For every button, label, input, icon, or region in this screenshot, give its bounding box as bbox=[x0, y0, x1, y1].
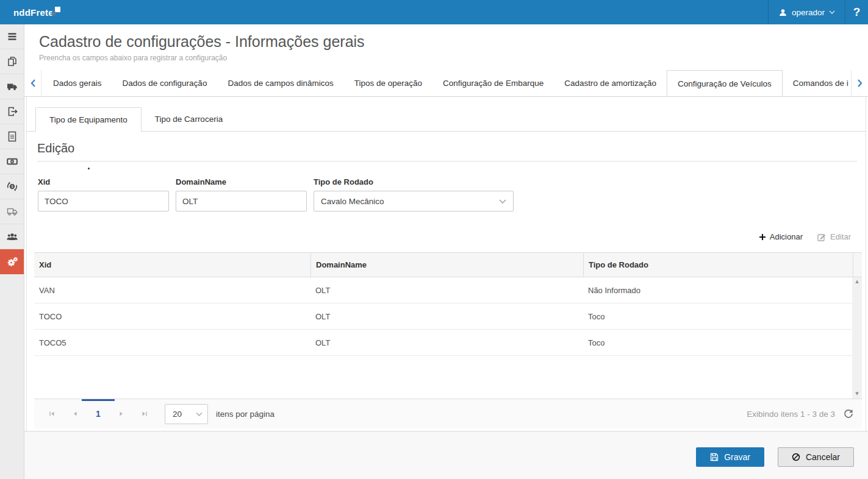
help-icon: ? bbox=[853, 5, 861, 19]
table-row[interactable]: TOCO OLT Toco bbox=[34, 303, 852, 330]
column-header-domainname[interactable]: DomainName bbox=[310, 253, 583, 277]
plus-icon bbox=[759, 233, 766, 241]
cell-domainname: OLT bbox=[310, 286, 583, 295]
truck-icon bbox=[6, 80, 18, 93]
user-menu[interactable]: operador bbox=[768, 0, 845, 24]
main-tabstrip: Dados gerais Dados de configuração Dados… bbox=[24, 70, 868, 97]
document-icon bbox=[6, 130, 18, 143]
grid-body: VAN OLT Não Informado TOCO OLT Toco TOCO… bbox=[34, 277, 862, 399]
sidebar-item-copy[interactable] bbox=[0, 49, 24, 74]
tipo-de-rodado-select[interactable]: Cavalo Mecânico bbox=[314, 191, 514, 211]
sidebar-item-settings[interactable] bbox=[0, 249, 24, 274]
sidebar-item-document[interactable] bbox=[0, 124, 24, 149]
sidebar-item-truck[interactable] bbox=[0, 74, 24, 99]
copy-icon bbox=[6, 55, 18, 68]
cancel-icon bbox=[792, 453, 800, 461]
cell-xid: TOCO5 bbox=[34, 338, 310, 347]
next-page-button[interactable] bbox=[110, 399, 133, 428]
vertical-scrollbar[interactable] bbox=[852, 277, 862, 399]
menu-icon bbox=[6, 30, 18, 43]
cancel-button[interactable]: Cancelar bbox=[778, 447, 854, 467]
grid-pager: 1 20 bbox=[34, 399, 862, 428]
page-title: Cadastro de configurações - Informações … bbox=[39, 32, 868, 51]
cancel-button-label: Cancelar bbox=[806, 452, 840, 462]
sidebar-item-export[interactable] bbox=[0, 99, 24, 124]
tab-scroll-left-button[interactable] bbox=[24, 70, 41, 96]
tab-configuracao-de-veiculos[interactable]: Configuração de Veículos bbox=[667, 70, 783, 96]
brand-text: nddFrete bbox=[13, 7, 54, 18]
save-button-label: Gravar bbox=[724, 452, 750, 462]
grid-header: Xid DomainName Tipo de Rodado bbox=[34, 253, 862, 277]
add-button[interactable]: Adicionar bbox=[759, 232, 803, 241]
sidebar-item-users[interactable] bbox=[0, 224, 24, 249]
data-grid: Xid DomainName Tipo de Rodado VAN OLT Nã… bbox=[34, 252, 862, 428]
brand-mark-icon bbox=[55, 7, 60, 12]
next-page-icon bbox=[117, 410, 126, 418]
footer-bar: Gravar Cancelar bbox=[24, 431, 868, 479]
tipo-de-rodado-label: Tipo de Rodado bbox=[314, 177, 514, 186]
sidebar-item-currency-sync[interactable]: $ bbox=[0, 174, 24, 199]
user-icon bbox=[778, 8, 787, 17]
cell-domainname: OLT bbox=[310, 312, 583, 321]
sidebar-item-truck-outline[interactable] bbox=[0, 199, 24, 224]
domainname-input[interactable] bbox=[176, 191, 307, 211]
cell-domainname: OLT bbox=[310, 338, 583, 347]
tab-dados-de-configuracao[interactable]: Dados de configuração bbox=[112, 70, 218, 96]
cell-tipo-de-rodado: Não Informado bbox=[583, 286, 853, 295]
scroll-up-icon[interactable] bbox=[855, 280, 858, 284]
grid-header-pad bbox=[853, 253, 862, 277]
page-number-button[interactable]: 1 bbox=[87, 399, 110, 428]
subtab-tipo-de-equipamento[interactable]: Tipo de Equipamento bbox=[35, 107, 142, 132]
column-header-xid[interactable]: Xid bbox=[34, 253, 310, 277]
column-header-tipo-de-rodado[interactable]: Tipo de Rodado bbox=[583, 253, 853, 277]
help-button[interactable]: ? bbox=[845, 0, 868, 24]
tab-comandos-de[interactable]: Comandos de i bbox=[783, 70, 851, 96]
stray-dot bbox=[88, 168, 90, 169]
tab-scroll-right-button[interactable] bbox=[851, 70, 868, 96]
cell-tipo-de-rodado: Toco bbox=[583, 312, 853, 321]
save-floppy-icon bbox=[710, 453, 719, 461]
tab-configuracao-de-embarque[interactable]: Configuração de Embarque bbox=[432, 70, 554, 96]
user-label: operador bbox=[792, 8, 825, 17]
page-size-label: itens por página bbox=[216, 410, 274, 419]
page-size-select[interactable]: 20 bbox=[165, 404, 208, 424]
edit-button[interactable]: Editar bbox=[817, 232, 851, 241]
chevron-right-icon bbox=[858, 79, 863, 87]
edit-button-label: Editar bbox=[830, 232, 851, 241]
xid-label: Xid bbox=[38, 177, 169, 186]
save-button[interactable]: Gravar bbox=[696, 447, 764, 467]
tipo-de-rodado-value: Cavalo Mecânico bbox=[321, 197, 384, 206]
subtab-tipo-de-carroceria[interactable]: Tipo de Carroceria bbox=[142, 107, 236, 131]
last-page-button[interactable] bbox=[133, 399, 156, 428]
page-size-value: 20 bbox=[173, 410, 182, 419]
tab-panel: Tipo de Equipamento Tipo de Carroceria E… bbox=[26, 97, 866, 431]
sidebar-item-menu[interactable] bbox=[0, 24, 24, 49]
tab-dados-de-campos-dinamicos[interactable]: Dados de campos dinâmicos bbox=[217, 70, 343, 96]
previous-page-button[interactable] bbox=[63, 399, 87, 428]
sidebar-item-banknote[interactable] bbox=[0, 149, 24, 174]
edit-form: Xid DomainName Tipo de Rodado Cavalo Mec… bbox=[38, 177, 866, 211]
tab-dados-gerais[interactable]: Dados gerais bbox=[43, 70, 112, 96]
banknote-icon bbox=[6, 155, 18, 168]
xid-input[interactable] bbox=[38, 191, 169, 211]
sidebar: $ bbox=[0, 24, 24, 479]
previous-page-icon bbox=[71, 410, 79, 418]
chevron-left-icon bbox=[30, 79, 35, 87]
brand-logo: nddFrete bbox=[0, 0, 60, 24]
cell-xid: TOCO bbox=[34, 312, 310, 321]
gears-icon bbox=[6, 255, 18, 268]
tab-cadastro-de-amortizacao[interactable]: Cadastro de amortização bbox=[554, 70, 667, 96]
scroll-down-icon[interactable] bbox=[855, 392, 858, 396]
domainname-label: DomainName bbox=[176, 177, 307, 186]
grid-actions: Adicionar Editar bbox=[27, 232, 851, 241]
export-icon bbox=[6, 105, 18, 118]
table-row[interactable]: TOCO5 OLT Toco bbox=[34, 330, 852, 356]
first-page-button[interactable] bbox=[40, 399, 63, 428]
first-page-icon bbox=[48, 410, 56, 418]
pager-summary: Exibindo itens 1 - 3 de 3 bbox=[747, 410, 835, 419]
cell-xid: VAN bbox=[34, 286, 310, 295]
section-title: Edição bbox=[37, 141, 857, 161]
refresh-button[interactable] bbox=[844, 409, 853, 419]
tab-tipos-de-operacao[interactable]: Tipos de operação bbox=[344, 70, 432, 96]
table-row[interactable]: VAN OLT Não Informado bbox=[34, 277, 852, 303]
